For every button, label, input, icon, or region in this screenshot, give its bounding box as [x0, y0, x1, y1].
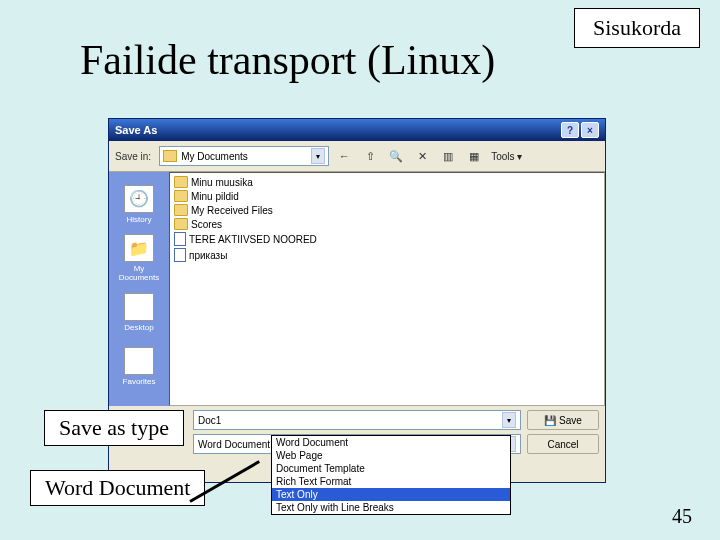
type-option[interactable]: Document Template: [272, 462, 510, 475]
desktop-icon: 🖥: [124, 293, 154, 321]
folder-icon: [174, 190, 188, 202]
place-label: Favorites: [123, 377, 156, 386]
delete-button[interactable]: ✕: [411, 146, 433, 166]
file-name-input[interactable]: Doc1 ▾: [193, 410, 521, 430]
list-item[interactable]: My Received Files: [172, 203, 602, 217]
file-name: Minu pildid: [191, 191, 239, 202]
file-name-value: Doc1: [198, 415, 221, 426]
type-option-selected[interactable]: Text Only: [272, 488, 510, 501]
save-in-value: My Documents: [181, 151, 248, 162]
file-name: My Received Files: [191, 205, 273, 216]
place-my-documents[interactable]: 📁 My Documents: [113, 232, 165, 284]
history-icon: 🕘: [124, 185, 154, 213]
list-item[interactable]: приказы: [172, 247, 602, 263]
place-favorites[interactable]: ★ Favorites: [113, 340, 165, 392]
place-label: Desktop: [124, 323, 153, 332]
place-desktop[interactable]: 🖥 Desktop: [113, 286, 165, 338]
places-bar: 🕘 History 📁 My Documents 🖥 Desktop ★ Fav…: [109, 172, 169, 406]
document-icon: [174, 232, 186, 246]
place-history[interactable]: 🕘 History: [113, 178, 165, 230]
file-name: Minu muusika: [191, 177, 253, 188]
type-option[interactable]: Word Document: [272, 436, 510, 449]
callout-save-as-type: Save as type: [44, 410, 184, 446]
tools-menu[interactable]: Tools ▾: [491, 151, 522, 162]
chevron-down-icon: ▾: [502, 412, 516, 428]
callout-word-document: Word Document: [30, 470, 205, 506]
slide-number: 45: [672, 505, 692, 528]
list-item[interactable]: TERE AKTIIVSED NOORED: [172, 231, 602, 247]
chevron-down-icon: ▾: [311, 148, 325, 164]
up-button[interactable]: ⇧: [359, 146, 381, 166]
star-icon: ★: [124, 347, 154, 375]
cancel-button[interactable]: Cancel: [527, 434, 599, 454]
save-button-label: Save: [559, 415, 582, 426]
back-button[interactable]: ←: [333, 146, 355, 166]
type-option[interactable]: Rich Text Format: [272, 475, 510, 488]
toolbar: Save in: My Documents ▾ ← ⇧ 🔍 ✕ ▥ ▦ Tool…: [109, 141, 605, 171]
place-label: My Documents: [113, 264, 165, 282]
file-name: Scores: [191, 219, 222, 230]
list-item[interactable]: Minu muusika: [172, 175, 602, 189]
file-name: TERE AKTIIVSED NOORED: [189, 234, 317, 245]
save-in-dropdown[interactable]: My Documents ▾: [159, 146, 329, 166]
type-option[interactable]: Text Only with Line Breaks: [272, 501, 510, 514]
search-button[interactable]: 🔍: [385, 146, 407, 166]
folder-icon: [163, 150, 177, 162]
type-dropdown-list[interactable]: Word Document Web Page Document Template…: [271, 435, 511, 515]
cancel-button-label: Cancel: [547, 439, 578, 450]
close-button[interactable]: ×: [581, 122, 599, 138]
views-button[interactable]: ▦: [463, 146, 485, 166]
help-button[interactable]: ?: [561, 122, 579, 138]
list-item[interactable]: Minu pildid: [172, 189, 602, 203]
folder-icon: [174, 176, 188, 188]
nav-sisukorda[interactable]: Sisukorda: [574, 8, 700, 48]
dialog-title: Save As: [115, 124, 157, 136]
save-icon: 💾: [544, 415, 556, 426]
list-item[interactable]: Scores: [172, 217, 602, 231]
new-folder-button[interactable]: ▥: [437, 146, 459, 166]
save-in-label: Save in:: [115, 151, 151, 162]
folder-icon: [174, 218, 188, 230]
place-label: History: [127, 215, 152, 224]
document-icon: [174, 248, 186, 262]
titlebar[interactable]: Save As ? ×: [109, 119, 605, 141]
type-option[interactable]: Web Page: [272, 449, 510, 462]
folder-icon: [174, 204, 188, 216]
file-list[interactable]: Minu muusika Minu pildid My Received Fil…: [169, 172, 605, 406]
save-as-type-value: Word Document: [198, 439, 270, 450]
save-button[interactable]: 💾 Save: [527, 410, 599, 430]
file-name: приказы: [189, 250, 227, 261]
folder-icon: 📁: [124, 234, 154, 262]
slide-title: Failide transport (Linux): [80, 36, 495, 84]
